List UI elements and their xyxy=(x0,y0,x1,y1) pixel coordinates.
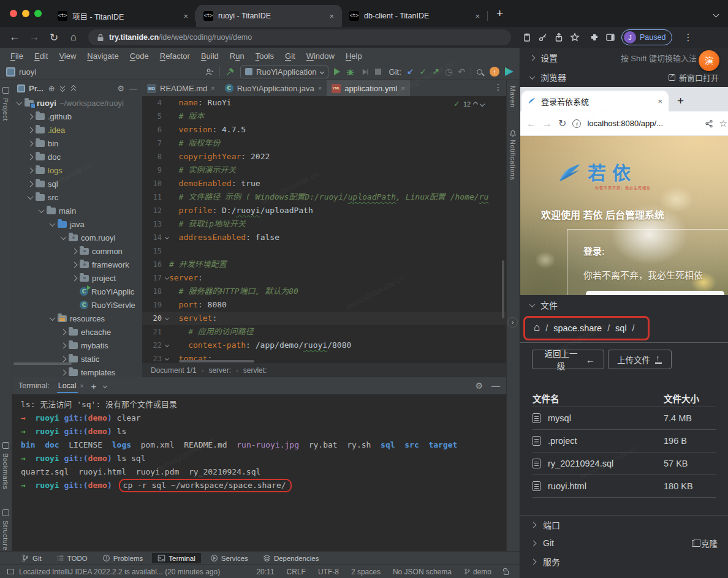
tree-chevron-icon[interactable] xyxy=(61,234,67,240)
build-hammer-icon[interactable] xyxy=(226,67,235,77)
preview-forward-button[interactable]: → xyxy=(542,118,552,129)
editor-options-icon[interactable]: ⋮ xyxy=(494,82,502,92)
next-problem-icon[interactable] xyxy=(480,101,485,106)
close-icon[interactable]: × xyxy=(658,97,662,106)
close-icon[interactable]: × xyxy=(80,383,84,389)
maximize-window-icon[interactable] xyxy=(34,10,42,17)
browser-section-header[interactable]: 浏览器 新窗口打开 xyxy=(520,67,728,87)
tree-chevron-icon[interactable] xyxy=(28,140,34,146)
git-push-button[interactable]: ↗ xyxy=(432,67,439,77)
preview-reload-button[interactable]: ↻ xyxy=(558,118,566,129)
breadcrumb-item[interactable]: servlet: xyxy=(243,366,267,375)
close-tab-icon[interactable]: × xyxy=(327,12,336,21)
editor-vertical-scrollbar[interactable] xyxy=(502,260,504,318)
git-update-button[interactable]: ↙ xyxy=(407,67,414,77)
tree-item-src[interactable]: src xyxy=(12,190,142,204)
close-tab-icon[interactable]: × xyxy=(401,84,404,92)
inspections-widget[interactable]: ✓ 12 xyxy=(453,99,484,108)
reading-list-icon[interactable] xyxy=(522,32,532,42)
minimize-window-icon[interactable] xyxy=(22,10,29,17)
file-row-ry_20210924.sql[interactable]: ry_20210924.sql57 KB xyxy=(533,452,716,475)
tree-chevron-icon[interactable] xyxy=(61,342,67,348)
menu-item-view[interactable]: View xyxy=(53,51,82,61)
status-git-branch[interactable]: demo xyxy=(464,568,491,576)
files-section-header[interactable]: 文件 xyxy=(520,295,728,315)
terminal-output[interactable]: ls: 无法访问 'sq': 没有那个文件或目录→ ruoyi git:(dem… xyxy=(12,394,506,492)
browser-tab[interactable]: <t>ruoyi - TitanIDE× xyxy=(196,5,342,27)
expand-panel-button[interactable]: › xyxy=(507,317,518,328)
tool-stripe-maven[interactable]: Maven xyxy=(509,86,517,108)
tree-item-RuoYiServle[interactable]: CRuoYiServle xyxy=(12,298,142,312)
close-window-icon[interactable] xyxy=(10,10,17,17)
tree-item-.idea[interactable]: .idea xyxy=(12,123,142,137)
editor-tab-RuoYiApplication.java[interactable]: CRuoYiApplication.java× xyxy=(220,80,327,96)
run-with-coverage-button[interactable] xyxy=(360,67,370,77)
extensions-icon[interactable] xyxy=(590,32,599,42)
tree-chevron-icon[interactable] xyxy=(28,181,34,187)
status-item[interactable]: No JSON schema xyxy=(393,568,452,576)
menu-item-edit[interactable]: Edit xyxy=(29,51,53,61)
status-item[interactable]: 2 spaces xyxy=(351,568,381,576)
browser-menu-icon[interactable]: ⋮ xyxy=(678,32,695,43)
menu-item-tools[interactable]: Tools xyxy=(250,51,279,61)
fold-marker-icon[interactable] xyxy=(165,356,169,361)
expand-all-icon[interactable] xyxy=(60,84,66,92)
git-commit-button[interactable]: ✓ xyxy=(420,67,427,77)
menu-item-build[interactable]: Build xyxy=(195,51,224,61)
terminal-settings-gear-icon[interactable]: ⚙ xyxy=(475,381,483,391)
tool-stripe-structure[interactable]: Structure xyxy=(2,509,9,550)
tree-chevron-icon[interactable] xyxy=(28,167,34,173)
run-button[interactable] xyxy=(334,68,340,75)
new-session-button[interactable]: + xyxy=(91,381,96,391)
hide-terminal-icon[interactable]: — xyxy=(491,381,500,391)
tool-window-button-services[interactable]: Services xyxy=(205,553,254,563)
go-up-button[interactable]: 返回上一级 ← xyxy=(532,350,604,369)
menu-item-navigate[interactable]: Navigate xyxy=(82,51,124,61)
horizontal-scrollbar[interactable] xyxy=(13,362,72,365)
tool-window-button-todo[interactable]: TODO xyxy=(51,553,93,563)
tree-chevron-icon[interactable] xyxy=(72,261,78,268)
tree-item-ruoyi[interactable]: ruoyi ~/workspace/ruoyi xyxy=(12,96,142,110)
tree-chevron-icon[interactable] xyxy=(28,193,34,200)
section-端口[interactable]: 端口 xyxy=(520,516,728,534)
address-bar[interactable]: try.titanide.cn /ide/web/coding/ruoyi/de… xyxy=(88,29,511,45)
hide-panel-icon[interactable]: — xyxy=(129,84,137,93)
fold-marker-icon[interactable] xyxy=(165,276,169,280)
preview-tab[interactable]: 登录若依系统 × xyxy=(521,91,669,111)
close-tab-icon[interactable]: × xyxy=(181,12,190,21)
tree-item-ehcache[interactable]: ehcache xyxy=(12,325,142,339)
tool-window-button-deps[interactable]: Dependencies xyxy=(257,553,325,563)
open-new-window-button[interactable]: 新窗口打开 xyxy=(669,72,719,83)
unlock-icon[interactable] xyxy=(504,571,509,575)
upload-file-button[interactable]: 上传文件 xyxy=(608,350,672,369)
tree-item-doc[interactable]: doc xyxy=(12,150,142,163)
menu-item-run[interactable]: Run xyxy=(224,51,250,61)
section-服务[interactable]: 服务 xyxy=(520,552,728,571)
section-Git[interactable]: Git克隆 xyxy=(520,534,728,552)
home-icon[interactable]: ⌂ xyxy=(534,321,540,334)
menu-item-window[interactable]: Window xyxy=(301,51,340,61)
share-icon[interactable] xyxy=(705,119,713,128)
fold-marker-icon[interactable] xyxy=(165,235,169,239)
tree-item-bin[interactable]: bin xyxy=(12,137,142,150)
tree-item-common[interactable]: common xyxy=(12,244,142,258)
status-item[interactable]: CRLF xyxy=(287,568,306,576)
settings-section-header[interactable]: 设置 按 Shift 键切换输入法 xyxy=(520,48,728,67)
tree-chevron-icon[interactable] xyxy=(28,154,34,160)
tree-item-logs[interactable]: logs xyxy=(12,163,142,177)
breadcrumb-item[interactable]: Document 1/1 xyxy=(151,366,197,375)
forward-button[interactable]: → xyxy=(26,31,43,43)
file-row-.project[interactable]: .project196 B xyxy=(533,429,716,452)
demo-badge[interactable]: 演 xyxy=(699,50,719,71)
home-button[interactable]: ⌂ xyxy=(65,31,82,43)
preview-back-button[interactable]: ← xyxy=(526,118,536,129)
tree-item-com.ruoyi[interactable]: com.ruoyi xyxy=(12,231,142,244)
files-breadcrumb-item[interactable]: sql xyxy=(615,323,627,333)
tree-chevron-icon[interactable] xyxy=(72,248,78,254)
tool-window-button-terminal[interactable]: Terminal xyxy=(152,553,200,563)
editor-tab-application.yml[interactable]: YMLapplication.yml× xyxy=(327,80,409,96)
update-available-icon[interactable]: ↑ xyxy=(490,67,499,77)
tree-chevron-icon[interactable] xyxy=(61,329,67,335)
menu-item-code[interactable]: Code xyxy=(124,51,154,61)
browser-tab[interactable]: <t>项目 - TitanIDE× xyxy=(50,5,196,27)
